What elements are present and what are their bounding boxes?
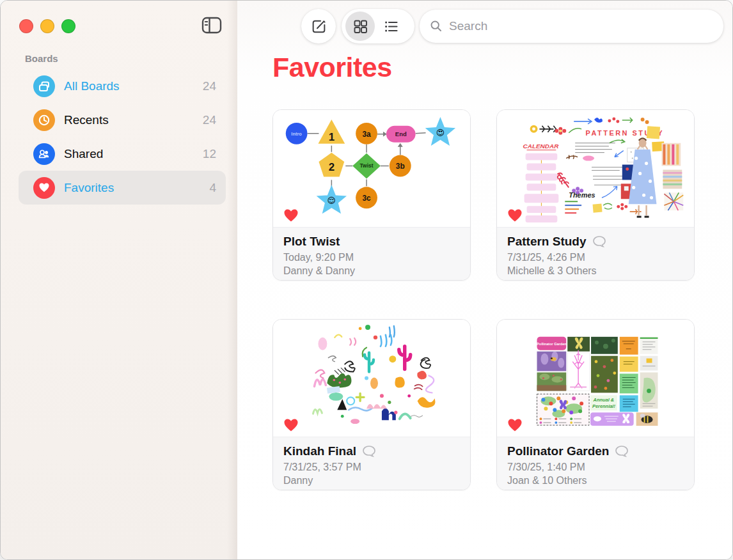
node-2-label: 2 <box>329 161 335 173</box>
search-field[interactable] <box>420 10 723 43</box>
calendar-label: CALENDAR <box>523 143 560 150</box>
node-intro-label: Intro <box>291 131 302 137</box>
plot-twist-flowchart: Intro 1 3a End 😍 2 Twist 3b 3c <box>273 110 471 228</box>
sidebar-item-count: 24 <box>203 79 216 93</box>
sidebar-item-shared[interactable]: Shared 12 <box>19 137 226 171</box>
card-title: Kindah Final <box>283 444 356 458</box>
annual-note-line2: Perennial! <box>592 403 615 409</box>
comment-bubble-icon <box>362 445 376 458</box>
view-mode-segmented-control <box>342 9 414 43</box>
node-3a-label: 3a <box>362 130 371 139</box>
card-date: 7/31/25, 3:57 PM <box>283 460 460 474</box>
sidebar-item-count: 4 <box>209 181 216 195</box>
node-1-label: 1 <box>329 131 335 143</box>
board-card-kindah-final[interactable]: Kindah Final 7/31/25, 3:57 PM Danny <box>272 319 471 490</box>
kindah-final-doodles <box>273 320 471 437</box>
node-end-label: End <box>395 130 407 137</box>
search-icon <box>430 20 443 33</box>
comment-bubble-icon <box>615 445 629 458</box>
minimize-window-button[interactable] <box>40 19 54 33</box>
card-people: Michelle & 3 Others <box>507 264 684 277</box>
pollinator-garden-label: Pollinator Garden <box>537 342 567 346</box>
main-content: Favorites <box>237 1 732 559</box>
card-footer: Pattern Study 7/31/25, 4:26 PM Michelle … <box>497 227 694 280</box>
board-card-plot-twist[interactable]: Intro 1 3a End 😍 2 Twist 3b 3c <box>272 109 471 281</box>
card-date: Today, 9:20 PM <box>283 251 460 264</box>
star-bottom-emoji: 😌 <box>327 196 336 205</box>
card-title: Pollinator Garden <box>507 444 609 458</box>
themes-label: Themes <box>569 191 595 199</box>
search-input[interactable] <box>449 19 713 33</box>
pattern-study-collage: PATTERN STUDY CALENDAR <box>497 110 695 228</box>
zoom-window-button[interactable] <box>61 19 75 33</box>
sidebar-item-favorites[interactable]: Favorites 4 <box>19 171 226 205</box>
board-card-pattern-study[interactable]: PATTERN STUDY CALENDAR <box>496 109 695 281</box>
sidebar-item-recents[interactable]: Recents 24 <box>19 103 226 137</box>
close-window-button[interactable] <box>19 19 33 33</box>
board-thumbnail-pollinator-garden: Pollinator Garden <box>497 320 694 437</box>
sidebar-item-label: Favorites <box>64 181 209 195</box>
sidebar-item-label: All Boards <box>64 79 203 93</box>
card-footer: Plot Twist Today, 9:20 PM Danny & Danny <box>273 227 470 280</box>
card-footer: Kindah Final 7/31/25, 3:57 PM Danny <box>273 437 470 490</box>
annual-note-line1: Annual & <box>593 397 615 403</box>
freeform-window: Boards All Boards 24 <box>0 0 733 560</box>
board-thumbnail-kindah-final <box>273 320 470 437</box>
sidebar-icon <box>201 17 222 34</box>
card-title: Pattern Study <box>507 235 587 249</box>
favorite-heart-icon[interactable] <box>507 208 523 222</box>
sidebar-item-label: Recents <box>64 113 203 127</box>
list-view-button[interactable] <box>376 12 406 41</box>
favorites-heart-icon <box>33 177 55 199</box>
card-date: 7/30/25, 1:40 PM <box>507 460 684 474</box>
grid-view-icon <box>353 19 368 34</box>
node-twist-label: Twist <box>360 163 374 169</box>
node-3c-label: 3c <box>362 194 371 203</box>
board-thumbnail-pattern-study: PATTERN STUDY CALENDAR <box>497 110 694 228</box>
board-card-pollinator-garden[interactable]: Pollinator Garden <box>496 319 695 490</box>
favorite-heart-icon[interactable] <box>283 418 299 432</box>
card-footer: Pollinator Garden 7/30/25, 1:40 PM Joan … <box>497 437 694 490</box>
recents-clock-icon <box>33 109 55 131</box>
pollinator-garden-collage: Pollinator Garden <box>497 320 695 437</box>
compose-icon <box>311 19 327 35</box>
card-people: Joan & 10 Others <box>507 474 684 487</box>
card-date: 7/31/25, 4:26 PM <box>507 251 684 264</box>
sidebar-item-all-boards[interactable]: All Boards 24 <box>19 69 226 103</box>
sidebar-item-count: 24 <box>203 113 216 127</box>
node-3b-label: 3b <box>396 162 405 171</box>
star-top-emoji: 😍 <box>436 128 445 137</box>
page-title: Favorites <box>272 52 392 83</box>
list-view-icon <box>384 19 398 34</box>
all-boards-icon <box>33 75 55 97</box>
toggle-sidebar-button[interactable] <box>200 16 223 36</box>
board-thumbnail-plot-twist: Intro 1 3a End 😍 2 Twist 3b 3c <box>273 110 470 228</box>
sidebar: Boards All Boards 24 <box>1 1 237 559</box>
sidebar-item-label: Shared <box>64 147 203 161</box>
grid-view-button[interactable] <box>345 12 375 41</box>
sidebar-nav: All Boards 24 Recents 24 <box>19 69 226 205</box>
favorite-heart-icon[interactable] <box>507 418 523 432</box>
card-people: Danny & Danny <box>283 264 460 277</box>
comment-bubble-icon <box>592 235 606 248</box>
card-people: Danny <box>283 474 460 487</box>
favorite-heart-icon[interactable] <box>283 208 299 222</box>
sidebar-item-count: 12 <box>203 147 216 161</box>
card-title: Plot Twist <box>283 235 340 249</box>
shared-people-icon <box>33 143 55 165</box>
sidebar-header: Boards <box>25 53 58 64</box>
new-board-button[interactable] <box>301 9 336 43</box>
